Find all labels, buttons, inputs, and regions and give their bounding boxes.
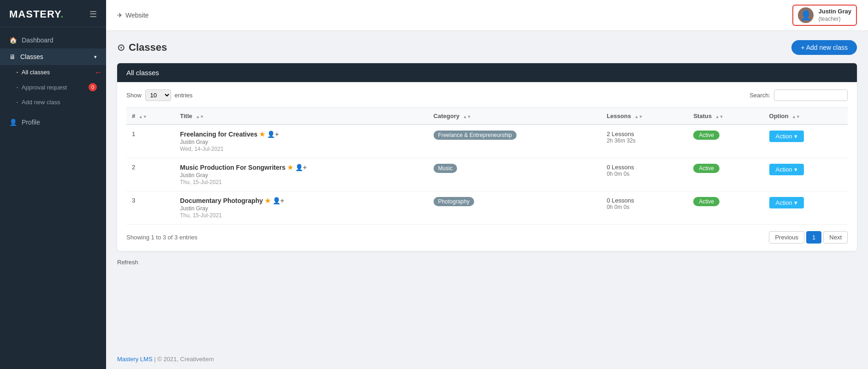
cell-lessons: 2 Lessons 2h 36m 32s [601,125,688,158]
bullet-icon: • [17,85,18,89]
footer-copyright: | © 2021, Creativeitem [154,356,214,363]
showing-entries: Showing 1 to 3 of 3 entries [126,234,197,241]
sidebar-item-label: Profile [22,119,40,126]
bullet-icon: • [17,100,18,104]
cell-status: Active [688,191,763,225]
arrow-icon: ← [94,67,102,77]
profile-icon: 👤 [9,119,17,126]
chevron-down-icon: ▾ [794,199,797,206]
action-button[interactable]: Action ▾ [769,164,804,175]
logo-text: MASTERY. [9,8,64,20]
cell-status: Active [688,125,763,158]
cell-lessons: 0 Lessons 0h 0m 0s [601,191,688,225]
card-header: All classes [117,63,857,82]
sidebar-item-all-classes[interactable]: • All classes ← [0,65,106,79]
footer-text: Mastery LMS | © 2021, Creativeitem [117,356,214,363]
class-title: Music Production For Songwriters ★ 👤+ [180,164,422,171]
sidebar: MASTERY. ☰ 🏠 Dashboard 🖥 Classes ▾ • All… [0,0,106,369]
action-button[interactable]: Action ▾ [769,197,804,208]
cell-category: Photography [428,191,601,225]
cell-option: Action ▾ [764,158,848,191]
subnav-label: All classes [22,69,50,76]
sort-icon[interactable]: ▲▼ [715,115,724,119]
class-title: Freelancing for Creatives ★ 👤+ [180,131,422,138]
paper-plane-icon: ✈ [117,12,123,19]
lessons-text: 0 Lessons [606,164,682,171]
col-status: Status ▲▼ [688,108,763,125]
user-role: (teacher) [818,16,851,23]
sidebar-nav: 🏠 Dashboard 🖥 Classes ▾ • All classes ← … [0,27,106,369]
lessons-duration: 0h 0m 0s [606,171,682,177]
col-num: # ▲▼ [126,108,174,125]
refresh-section: Refresh [117,258,857,269]
page-content: ⊙ Classes + Add new class All classes Sh… [106,31,868,349]
status-badge: Active [693,197,719,206]
classes-circle-icon: ⊙ [117,42,125,53]
card-body: Show 10 25 50 100 entries Search: [117,82,857,251]
search-label: Search: [749,92,770,99]
lessons-text: 0 Lessons [606,197,682,204]
main-content: ✈ Website 👤 Justin Gray (teacher) ⊙ Clas… [106,0,868,369]
table-controls: Show 10 25 50 100 entries Search: [126,89,848,101]
class-author: Justin Gray [180,172,422,179]
cell-title: Documentary Photography ★ 👤+ Justin Gray… [174,191,428,225]
mastery-lms-link[interactable]: Mastery LMS [117,356,153,363]
lessons-duration: 2h 36m 32s [606,137,682,144]
sidebar-item-add-new-class[interactable]: • Add new class [0,95,106,109]
page-header: ⊙ Classes + Add new class [117,40,857,55]
sidebar-item-label: Classes [20,53,43,60]
sidebar-subnav: • All classes ← • Approval request 0 • A… [0,65,106,109]
star-icon: ★ [265,197,271,204]
search-input[interactable] [774,89,848,101]
add-new-class-button[interactable]: + Add new class [791,40,857,55]
refresh-link[interactable]: Refresh [117,259,138,266]
cell-category: Freelance & Entrepreneurship [428,125,601,158]
lessons-text: 2 Lessons [606,131,682,137]
sidebar-item-profile[interactable]: 👤 Profile [0,114,106,131]
previous-button[interactable]: Previous [769,231,804,244]
chevron-down-icon: ▾ [94,54,97,60]
cell-lessons: 0 Lessons 0h 0m 0s [601,158,688,191]
action-button[interactable]: Action ▾ [769,131,804,142]
sort-icon[interactable]: ▲▼ [139,115,147,119]
page-title: ⊙ Classes [117,42,167,54]
cell-num: 2 [126,158,174,191]
subnav-label: Add new class [22,99,60,106]
topbar: ✈ Website 👤 Justin Gray (teacher) [106,0,868,31]
footer: Mastery LMS | © 2021, Creativeitem [106,349,868,369]
cell-title: Music Production For Songwriters ★ 👤+ Ju… [174,158,428,191]
page-1-button[interactable]: 1 [806,231,821,244]
sort-icon[interactable]: ▲▼ [196,115,204,119]
table-row: 2 Music Production For Songwriters ★ 👤+ … [126,158,848,191]
star-icon: ★ [287,164,293,171]
status-badge: Active [693,164,719,173]
class-author: Justin Gray [180,139,422,145]
user-info[interactable]: 👤 Justin Gray (teacher) [792,5,857,26]
sort-icon[interactable]: ▲▼ [792,115,800,119]
sort-icon[interactable]: ▲▼ [635,115,643,119]
subnav-label: Approval request [22,84,67,91]
sidebar-item-classes[interactable]: 🖥 Classes ▾ [0,48,106,65]
all-classes-card: All classes Show 10 25 50 100 entries [117,63,857,251]
category-badge: Music [434,164,457,173]
pagination: Previous 1 Next [769,231,848,244]
table-footer: Showing 1 to 3 of 3 entries Previous 1 N… [126,231,848,244]
col-option: Option ▲▼ [764,108,848,125]
sidebar-item-dashboard[interactable]: 🏠 Dashboard [0,32,106,48]
table-header: # ▲▼ Title ▲▼ Category ▲▼ [126,108,848,125]
entries-select[interactable]: 10 25 50 100 [145,89,171,101]
cell-option: Action ▾ [764,125,848,158]
cell-category: Music [428,158,601,191]
bullet-icon: • [17,70,18,74]
website-link[interactable]: ✈ Website [117,12,149,19]
sidebar-logo: MASTERY. ☰ [0,0,106,27]
avatar: 👤 [798,7,814,23]
sidebar-item-approval[interactable]: • Approval request 0 [0,79,106,95]
hamburger-icon[interactable]: ☰ [89,9,97,19]
website-label: Website [125,12,149,19]
avatar-icon: 👤 [800,10,812,21]
dashboard-icon: 🏠 [9,36,17,44]
users-icon: 👤+ [295,164,307,171]
sort-icon[interactable]: ▲▼ [463,115,471,119]
next-button[interactable]: Next [823,231,848,244]
